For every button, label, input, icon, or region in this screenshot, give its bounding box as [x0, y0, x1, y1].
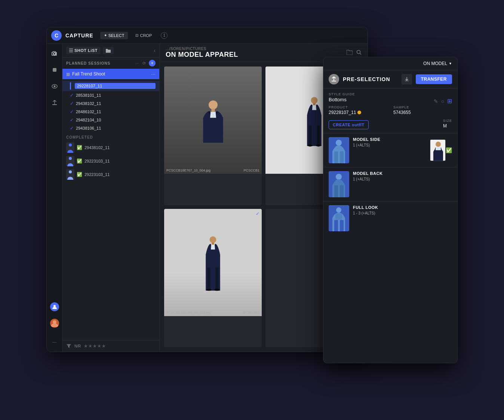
product-value: 29228107_11	[329, 110, 387, 115]
sidebar-icon-stop[interactable]	[49, 65, 60, 75]
grid-icon[interactable]: ⊞	[447, 98, 452, 105]
shot-item-active[interactable]: 29228107_11	[62, 81, 159, 91]
svg-rect-39	[340, 220, 344, 231]
product-info: STYLE GUIDE Bottoms ✎ ○ ⊞ PRODUCT 292281…	[323, 89, 457, 133]
sessions-more-button[interactable]: ···	[135, 60, 139, 66]
select-button[interactable]: ✦ SELECT	[100, 32, 128, 39]
product-row: PRODUCT 29228107_11 SAMPLE 5743655	[329, 105, 452, 115]
shot-type-count: 1 - 3 (+ALTS)	[353, 211, 452, 215]
shot-item[interactable]: ✓ 29438106_11	[62, 124, 159, 132]
selected-thumb	[430, 139, 446, 161]
svg-point-16	[213, 114, 213, 115]
svg-rect-1	[53, 68, 56, 72]
star-rating: ★★★★★	[84, 343, 106, 349]
session-more-button[interactable]: ···	[151, 71, 156, 77]
shot-name: 29438106_11	[76, 126, 156, 130]
size-label: SIZE	[443, 119, 452, 123]
sidebar-icon-camera[interactable]	[49, 48, 60, 59]
sidebar-icon-eye[interactable]	[49, 81, 60, 92]
style-guide-label: STYLE GUIDE	[329, 92, 434, 96]
shot-name: 28486102_11	[76, 109, 156, 114]
shot-check-icon: ✓	[70, 93, 74, 98]
shot-name-active: 29228107_11	[75, 83, 156, 89]
create-outfit-button[interactable]: CREATE outfIT	[329, 120, 369, 129]
svg-line-13	[360, 53, 362, 55]
main-window: C CAPTURE ✦ SELECT ⊡ CROP 1	[46, 27, 368, 352]
svg-point-14	[209, 100, 218, 109]
download-button[interactable]	[402, 74, 412, 84]
transfer-button[interactable]: TRANSFER	[416, 74, 452, 84]
shot-type-name: MODEL BACK	[353, 171, 452, 176]
sidebar-icon-upload[interactable]	[49, 98, 60, 108]
shot-type-info-model-back: MODEL BACK 1 (+ALTS)	[353, 171, 452, 197]
svg-rect-38	[334, 220, 338, 231]
shot-list-button[interactable]: SHOT LiST	[66, 47, 101, 54]
svg-point-37	[336, 207, 341, 213]
sidebar-icon-avatar1[interactable]	[49, 302, 60, 312]
sidebar-icon-avatar2[interactable]	[49, 318, 60, 328]
sidebar-icon-more[interactable]: ···	[49, 337, 60, 347]
sessions-actions: ··· ⟳ +	[135, 60, 156, 67]
svg-point-33	[336, 174, 342, 180]
sessions-add-button[interactable]: +	[149, 60, 156, 67]
image-cell-1[interactable]: PCSCCB18E767_10_004.jpg PCSCCB1	[164, 67, 262, 205]
shot-type-row-model-back[interactable]: MODEL BACK 1 (+ALTS)	[323, 167, 457, 201]
image-cell-3[interactable]: ✓ PCSCCB18E767_10_001.jpg PCSCCB1	[164, 209, 262, 348]
shot-type-thumb-full-look	[329, 205, 349, 231]
shot-type-name: MODEL SIDE	[353, 137, 424, 142]
svg-point-22	[210, 237, 216, 243]
sessions-label: PLANNED SESSIONS	[66, 61, 135, 65]
shot-name: 29482104_10	[76, 118, 156, 122]
svg-rect-29	[340, 151, 344, 163]
completed-thumb	[66, 156, 74, 166]
shot-item[interactable]: ✓ 28538101_11	[62, 91, 159, 99]
completed-item[interactable]: ✅ 29223103_11	[62, 168, 159, 181]
svg-rect-35	[340, 185, 344, 197]
svg-point-31	[436, 142, 441, 147]
shot-item[interactable]: ✓ 28486102_11	[62, 108, 159, 116]
completed-check-icon: ✅	[77, 158, 82, 164]
completed-thumb	[66, 142, 74, 153]
completed-item[interactable]: ✅ 29223103_11	[62, 154, 159, 168]
shot-type-row-model-side[interactable]: MODEL SIDE 1 (+ALTS) ✅	[323, 133, 457, 167]
folder-action-button[interactable]	[347, 50, 353, 56]
circle-icon[interactable]: ○	[441, 98, 444, 104]
completed-item[interactable]: ✅ 29438102_11	[62, 141, 159, 154]
image-filename-right-1: PCSCCB1	[243, 169, 259, 172]
search-action-button[interactable]	[356, 50, 362, 56]
icon-sidebar: ···	[47, 44, 62, 352]
svg-rect-7	[69, 50, 73, 51]
edit-icon[interactable]: ✎	[434, 98, 438, 104]
folder-button[interactable]	[103, 47, 114, 54]
crop-button[interactable]: ⊡ CROP	[132, 32, 156, 39]
shot-item[interactable]: ✓ 29438102_11	[62, 99, 159, 108]
toolbar-badge: 1	[161, 32, 168, 39]
svg-rect-8	[69, 52, 73, 52]
shot-type-selected-thumbs: ✅	[428, 137, 452, 163]
content-title: ON MODEL APPAREL	[166, 51, 238, 59]
svg-point-25	[215, 289, 220, 291]
completed-name: 29438102_11	[84, 145, 110, 150]
session-item[interactable]: ▦ Fall Trend Shoot ···	[62, 69, 159, 79]
on-model-selector[interactable]: ON MODEL ▼	[423, 61, 452, 66]
shot-check-icon: ✓	[70, 117, 74, 123]
shot-type-count: 1 (+ALTS)	[353, 143, 424, 147]
size-value: M	[443, 123, 452, 129]
completed-name: 29223103_11	[84, 159, 110, 163]
shot-item[interactable]: ✓ 29482104_10	[62, 116, 159, 124]
product-col: PRODUCT 29228107_11	[329, 105, 387, 115]
on-model-chevron-icon: ▼	[449, 62, 452, 65]
shot-type-row-full-look[interactable]: FULL LOOK 1 - 3 (+ALTS)	[323, 201, 457, 235]
svg-point-17	[213, 116, 213, 117]
collapse-panel-button[interactable]: ‹	[154, 47, 156, 53]
rating-label: N/R	[74, 344, 81, 348]
product-label: PRODUCT	[329, 105, 387, 109]
completed-label: COMPLETED	[62, 132, 159, 141]
shot-list: 29228107_11 ✓ 28538101_11 ✓ 29438102_11 …	[62, 79, 159, 340]
svg-point-12	[357, 50, 360, 53]
filter-icon	[66, 343, 71, 349]
sample-col: SAMPLE 5743655	[393, 105, 452, 115]
session-name: Fall Trend Shoot	[72, 71, 149, 77]
svg-point-0	[53, 53, 56, 55]
sessions-refresh-button[interactable]: ⟳	[142, 60, 147, 67]
